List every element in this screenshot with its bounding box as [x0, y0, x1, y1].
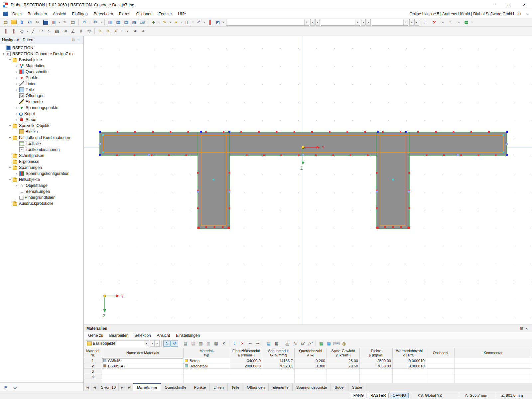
scale-next-icon[interactable]: ▸	[366, 19, 371, 26]
tree-item-hintergrundfolien[interactable]: Hintergrundfolien	[0, 195, 83, 200]
new-object-dropdown-icon[interactable]	[158, 19, 161, 26]
chevron-down-icon[interactable]	[8, 136, 12, 139]
redo-dropdown-icon[interactable]	[100, 19, 103, 26]
cell-alpha[interactable]	[393, 374, 426, 379]
cell-typ[interactable]	[184, 374, 230, 379]
chevron-right-icon[interactable]	[15, 112, 19, 115]
bar-point-icon[interactable]	[124, 28, 131, 35]
cell-g[interactable]	[262, 369, 295, 374]
table-row[interactable]: 1 C35/45 Beton 34000.0 14166.7 0.200 25.…	[84, 358, 532, 363]
chevron-right-icon[interactable]	[15, 70, 19, 73]
decimal-places-icon[interactable]	[333, 340, 340, 347]
cell-gamma[interactable]: 25.00	[327, 358, 360, 363]
chevron-down-icon[interactable]	[8, 124, 12, 127]
cell-g[interactable]: 76923.1	[262, 363, 295, 368]
chevron-down-icon[interactable]	[8, 178, 12, 181]
open-icon[interactable]	[10, 19, 18, 26]
draw-dropdown-icon[interactable]	[169, 19, 172, 26]
tree-item-objektfaenge[interactable]: Objektfänge	[0, 183, 83, 189]
cell-name[interactable]: B500S(A)	[102, 363, 184, 368]
paste-icon[interactable]	[2, 19, 10, 26]
cell-nu[interactable]	[295, 369, 327, 374]
tree-item-schnittgroessen[interactable]: Schnittgrößen	[0, 153, 83, 159]
export-icon[interactable]	[265, 340, 272, 347]
rsc-tables-icon[interactable]	[138, 19, 146, 26]
tree-item-lastfaelle-kombinationen[interactable]: Lastfälle und Kombinationen	[0, 135, 83, 141]
model-settings-icon[interactable]	[26, 19, 34, 26]
next-page-icon[interactable]: ▶	[119, 383, 126, 391]
menu-bearbeiten[interactable]: Bearbeiten	[25, 11, 50, 17]
tab-oeffnungen[interactable]: Öffnungen	[243, 383, 269, 391]
search-icon[interactable]	[340, 340, 348, 347]
chevron-right-icon[interactable]	[15, 172, 19, 175]
close-panel-icon[interactable]	[524, 326, 529, 331]
cell-e[interactable]: 200000.0	[230, 363, 262, 368]
chevron-right-icon[interactable]	[15, 184, 19, 187]
show-panel-icon[interactable]	[122, 19, 130, 26]
tree-item-rsection[interactable]: RSECTION	[0, 45, 83, 51]
table-row[interactable]: 2 B500S(A) Betonstahl 200000.0 76923.1 0…	[84, 363, 532, 369]
cell-gamma[interactable]	[327, 369, 360, 374]
cell-nr[interactable]: 4	[84, 374, 102, 379]
delete-column-icon[interactable]	[190, 340, 197, 347]
cell-nr[interactable]: 3	[84, 369, 102, 374]
table-next-icon[interactable]: ▸	[155, 340, 160, 347]
chevron-down-icon[interactable]	[8, 58, 12, 62]
offset-lines-icon[interactable]	[10, 28, 18, 35]
tree-item-oeffnungen[interactable]: Öffnungen	[0, 93, 83, 99]
cell-rho[interactable]	[360, 369, 393, 374]
cell-gamma[interactable]	[327, 374, 360, 379]
drawing-canvas[interactable]: Y Z Y Z	[84, 36, 532, 325]
menu-optionen[interactable]: Optionen	[133, 11, 156, 17]
tree-item-spannungen[interactable]: Spannungen	[0, 165, 83, 171]
chevron-down-icon[interactable]	[8, 166, 12, 169]
new-object-icon[interactable]	[150, 19, 157, 26]
insert-column-icon[interactable]	[182, 340, 189, 347]
draw-rebar-icon[interactable]	[104, 28, 112, 35]
combo-next-icon[interactable]: ▸	[315, 19, 320, 26]
cell-kommentar[interactable]	[455, 363, 532, 368]
tree-item-bloecke[interactable]: Blöcke	[0, 129, 83, 135]
cell-kommentar[interactable]	[455, 374, 532, 379]
navigator-pages-icon[interactable]	[2, 384, 9, 390]
cell-gamma[interactable]: 78.50	[327, 363, 360, 368]
pen-icon[interactable]	[132, 28, 139, 35]
cell-rho[interactable]: 7850.00	[360, 363, 393, 368]
combo-prev-icon[interactable]: ◂	[310, 19, 315, 26]
cell-kommentar[interactable]	[455, 358, 532, 363]
pin-panel-icon[interactable]	[70, 38, 76, 42]
formula-clear-icon[interactable]	[307, 340, 314, 347]
menu-datei[interactable]: Datei	[9, 11, 25, 17]
tree-item-basisobjekte[interactable]: Basisobjekte	[0, 57, 83, 63]
tree-item-teile[interactable]: Teile	[0, 87, 83, 93]
cell-rho[interactable]: 2500.00	[360, 358, 393, 363]
fill-icon[interactable]	[112, 28, 120, 35]
menu-berechnen[interactable]: Berechnen	[91, 11, 116, 17]
insert-row-icon[interactable]	[197, 340, 204, 347]
formula-icon[interactable]	[291, 340, 299, 347]
display-dropdown-icon[interactable]	[203, 19, 206, 26]
dlubal-icon[interactable]	[18, 19, 26, 26]
chevron-right-icon[interactable]	[15, 88, 19, 91]
cell-kommentar[interactable]	[455, 369, 532, 374]
combo-arrow-icon[interactable]	[355, 19, 360, 25]
table-prev-icon[interactable]: ◂	[150, 340, 155, 347]
rotation-icon[interactable]	[447, 19, 454, 26]
parallel-lines-icon[interactable]	[2, 28, 10, 35]
fill-dropdown-icon[interactable]	[120, 28, 123, 35]
draw-stirrup-icon[interactable]	[96, 28, 104, 35]
tree-item-bemassungen[interactable]: Bemaßungen	[0, 189, 83, 195]
section-drawing[interactable]: Y Z Y Z	[84, 36, 532, 325]
float-panel-icon[interactable]	[519, 326, 524, 331]
cell-alpha[interactable]: 0.000010	[393, 358, 426, 363]
clear-table-icon[interactable]	[220, 340, 227, 347]
printout-report-icon[interactable]	[69, 19, 77, 26]
menu-hilfe[interactable]: Hilfe	[175, 11, 189, 17]
visibility-eye-icon[interactable]	[11, 384, 19, 390]
redo-icon[interactable]	[92, 19, 99, 26]
delete-results-icon[interactable]	[431, 19, 438, 26]
cell-nu[interactable]: 0.200	[295, 358, 327, 363]
sync-view-icon[interactable]	[171, 340, 178, 347]
cell-g[interactable]	[262, 374, 295, 379]
first-page-icon[interactable]: |◀	[84, 383, 91, 391]
